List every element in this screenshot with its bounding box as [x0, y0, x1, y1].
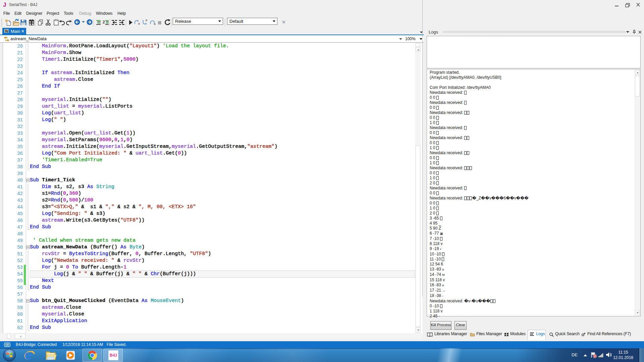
svg-text:e: e: [24, 350, 32, 361]
svg-text:2: 2: [103, 20, 105, 24]
